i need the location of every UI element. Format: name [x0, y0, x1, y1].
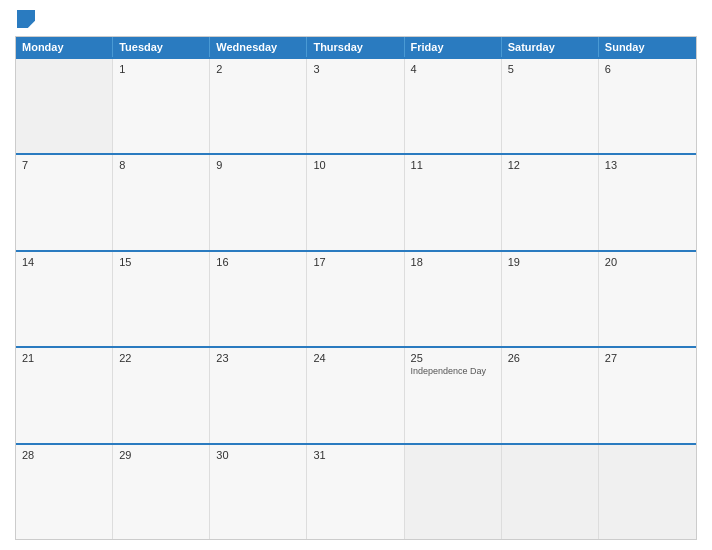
day-cell: 6	[599, 59, 696, 153]
day-cell: 16	[210, 252, 307, 346]
day-cell: 1	[113, 59, 210, 153]
day-number: 3	[313, 63, 319, 75]
day-cell: 23	[210, 348, 307, 442]
day-cell: 14	[16, 252, 113, 346]
day-cell: 11	[405, 155, 502, 249]
logo-icon	[17, 10, 35, 28]
column-header-sunday: Sunday	[599, 37, 696, 57]
day-cell: 31	[307, 445, 404, 539]
calendar-page: MondayTuesdayWednesdayThursdayFridaySatu…	[0, 0, 712, 550]
day-number: 18	[411, 256, 423, 268]
day-number: 20	[605, 256, 617, 268]
day-number: 2	[216, 63, 222, 75]
day-cell: 12	[502, 155, 599, 249]
week-row-4: 28293031	[16, 443, 696, 539]
day-cell: 19	[502, 252, 599, 346]
day-number: 13	[605, 159, 617, 171]
column-header-monday: Monday	[16, 37, 113, 57]
day-cell: 8	[113, 155, 210, 249]
day-number: 9	[216, 159, 222, 171]
day-number: 31	[313, 449, 325, 461]
column-header-tuesday: Tuesday	[113, 37, 210, 57]
calendar-grid: MondayTuesdayWednesdayThursdayFridaySatu…	[15, 36, 697, 540]
day-cell: 26	[502, 348, 599, 442]
column-header-saturday: Saturday	[502, 37, 599, 57]
logo	[15, 10, 37, 28]
day-cell: 4	[405, 59, 502, 153]
day-number: 10	[313, 159, 325, 171]
day-number: 11	[411, 159, 423, 171]
day-cell	[599, 445, 696, 539]
day-number: 19	[508, 256, 520, 268]
week-row-2: 14151617181920	[16, 250, 696, 346]
day-cell: 25Independence Day	[405, 348, 502, 442]
day-cell: 5	[502, 59, 599, 153]
day-cell: 24	[307, 348, 404, 442]
day-number: 27	[605, 352, 617, 364]
day-cell: 15	[113, 252, 210, 346]
day-cell: 9	[210, 155, 307, 249]
day-cell: 13	[599, 155, 696, 249]
column-header-friday: Friday	[405, 37, 502, 57]
day-number: 7	[22, 159, 28, 171]
column-headers: MondayTuesdayWednesdayThursdayFridaySatu…	[16, 37, 696, 57]
week-row-1: 78910111213	[16, 153, 696, 249]
week-row-0: 123456	[16, 57, 696, 153]
weeks-container: 1234567891011121314151617181920212223242…	[16, 57, 696, 539]
day-cell	[405, 445, 502, 539]
day-cell: 20	[599, 252, 696, 346]
day-number: 12	[508, 159, 520, 171]
day-event: Independence Day	[411, 366, 487, 376]
day-cell: 3	[307, 59, 404, 153]
day-cell: 29	[113, 445, 210, 539]
day-number: 28	[22, 449, 34, 461]
day-number: 8	[119, 159, 125, 171]
day-cell: 28	[16, 445, 113, 539]
day-number: 17	[313, 256, 325, 268]
day-cell: 18	[405, 252, 502, 346]
day-number: 1	[119, 63, 125, 75]
day-number: 25	[411, 352, 423, 364]
day-number: 5	[508, 63, 514, 75]
day-cell: 21	[16, 348, 113, 442]
day-number: 21	[22, 352, 34, 364]
day-cell: 30	[210, 445, 307, 539]
day-cell: 17	[307, 252, 404, 346]
week-row-3: 2122232425Independence Day2627	[16, 346, 696, 442]
day-number: 22	[119, 352, 131, 364]
column-header-wednesday: Wednesday	[210, 37, 307, 57]
day-cell: 27	[599, 348, 696, 442]
day-number: 29	[119, 449, 131, 461]
day-cell: 10	[307, 155, 404, 249]
day-number: 6	[605, 63, 611, 75]
day-number: 24	[313, 352, 325, 364]
day-number: 16	[216, 256, 228, 268]
day-number: 4	[411, 63, 417, 75]
column-header-thursday: Thursday	[307, 37, 404, 57]
day-cell	[502, 445, 599, 539]
day-cell: 22	[113, 348, 210, 442]
day-number: 14	[22, 256, 34, 268]
day-cell	[16, 59, 113, 153]
header	[15, 10, 697, 28]
day-cell: 7	[16, 155, 113, 249]
day-number: 23	[216, 352, 228, 364]
day-number: 26	[508, 352, 520, 364]
day-cell: 2	[210, 59, 307, 153]
day-number: 15	[119, 256, 131, 268]
day-number: 30	[216, 449, 228, 461]
